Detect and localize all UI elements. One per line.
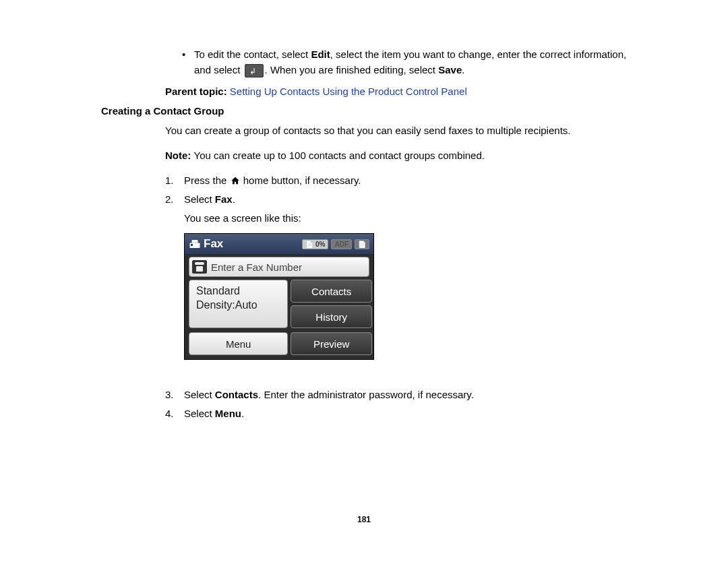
fax-title: Fax [204,237,299,251]
intro-paragraph: You can create a group of contacts so th… [165,123,627,139]
step-2: 2. Select Fax. [165,191,627,208]
svg-rect-1 [192,240,198,243]
fax-number-input[interactable]: Enter a Fax Number [189,257,369,277]
step1-after: home button, if necessary. [241,175,361,186]
section-heading: Creating a Contact Group [101,105,627,117]
status-badge: 📄 0% [302,239,328,249]
history-button[interactable]: History [291,305,372,328]
step3-bold: Contacts [215,389,258,400]
bullet-edit-contact: To edit the contact, select Edit, select… [182,47,627,77]
step-num: 1. [165,173,174,189]
menu-button[interactable]: Menu [189,332,288,355]
bullet-period: . [462,64,464,75]
home-icon [231,174,240,183]
note-paragraph: Note: You can create up to 100 contacts … [165,148,627,164]
settings-panel[interactable]: Standard Density:Auto [189,280,288,328]
step4-bold: Menu [215,408,241,419]
settings-line2: Density:Auto [196,299,257,313]
step1-before: Press the [184,175,230,186]
step3-before: Select [184,389,215,400]
step-num: 2. [165,191,174,208]
parent-topic: Parent topic: Setting Up Contacts Using … [165,86,627,97]
fax-icon [189,239,201,249]
step3-after: . Enter the administrator password, if n… [258,389,474,400]
parent-topic-label: Parent topic: [165,86,230,97]
step2-after: . [233,193,235,205]
extra-badge: 📄 [355,239,369,249]
step-3: 3. Select Contacts. Enter the administra… [165,387,627,403]
fax-screen: Fax 📄 0% ADF 📄 Enter a Fax Number Standa… [184,233,374,360]
page-number: 181 [0,515,728,524]
adf-badge: ADF [331,239,352,249]
fax-header: Fax 📄 0% ADF 📄 [185,234,373,254]
contacts-button[interactable]: Contacts [291,280,372,303]
note-label: Note: [165,150,194,161]
bullet-text: To edit the contact, select [194,49,311,60]
enter-icon: ↲ [245,64,264,77]
save-label: Save [438,64,462,75]
edit-label: Edit [311,49,330,60]
step-num: 4. [165,406,174,422]
step-4: 4. Select Menu. [165,406,627,422]
step2-sub: You see a screen like this: [184,210,627,226]
step4-after: . [241,408,244,419]
bullet-text3: . When you are finished editing, select [265,64,439,75]
step4-before: Select [184,408,215,419]
svg-rect-2 [191,244,193,246]
note-text: You can create up to 100 contacts and co… [194,150,485,161]
step2-bold: Fax [215,193,233,205]
settings-line1: Standard [196,284,240,299]
parent-topic-link[interactable]: Setting Up Contacts Using the Product Co… [230,86,467,97]
fax-number-placeholder: Enter a Fax Number [211,261,302,273]
step-1: 1. Press the home button, if necessary. [165,173,627,189]
step2-before: Select [184,193,215,205]
preview-button[interactable]: Preview [291,332,372,355]
phone-icon [192,260,207,274]
step-num: 3. [165,387,174,403]
